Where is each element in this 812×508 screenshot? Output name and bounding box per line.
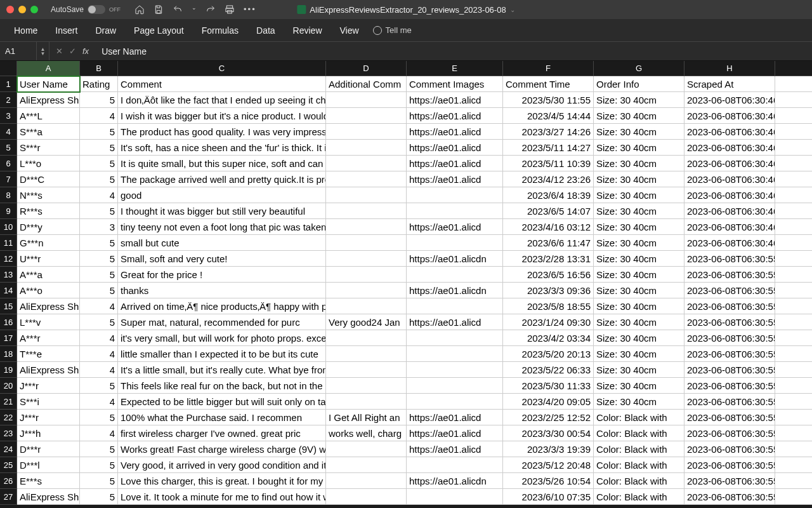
row-header-8[interactable]: 8 [0, 187, 17, 203]
cell-F4[interactable]: 2023/3/27 14:26 [503, 124, 594, 140]
cell-I26[interactable] [775, 473, 812, 489]
cell-B7[interactable]: 5 [80, 171, 118, 187]
cell-D2[interactable] [326, 92, 407, 108]
cell-H19[interactable]: 2023-06-08T06:30:55.480 [684, 362, 775, 378]
cell-A6[interactable]: L***o [17, 156, 80, 171]
cell-F17[interactable]: 2023/4/2 03:34 [503, 330, 594, 346]
cell-E9[interactable] [407, 203, 503, 219]
cell-H11[interactable]: 2023-06-08T06:30:46.905 [684, 235, 775, 251]
row-header-16[interactable]: 16 [0, 314, 17, 330]
cell-I27[interactable] [775, 489, 812, 505]
cell-G7[interactable]: Size: 30 40cm [594, 171, 684, 187]
row-header-12[interactable]: 12 [0, 251, 17, 267]
cell-G13[interactable]: Size: 30 40cm [594, 267, 684, 283]
cell-E21[interactable] [407, 394, 503, 410]
cell-F8[interactable]: 2023/6/4 18:39 [503, 187, 594, 203]
tab-home[interactable]: Home [5, 19, 46, 42]
cell-G24[interactable]: Color: Black with [594, 441, 684, 457]
row-header-13[interactable]: 13 [0, 267, 17, 283]
column-header-B[interactable]: B [80, 61, 118, 76]
row-header-22[interactable]: 22 [0, 410, 17, 425]
cell-H20[interactable]: 2023-06-08T06:30:55.480 [684, 378, 775, 394]
cell-A4[interactable]: S***a [17, 124, 80, 140]
home-icon[interactable] [134, 4, 145, 15]
cell-D3[interactable] [326, 108, 407, 124]
cell-D6[interactable] [326, 156, 407, 171]
column-header-C[interactable]: C [118, 61, 326, 76]
row-header-6[interactable]: 6 [0, 156, 17, 171]
cell-I12[interactable] [775, 251, 812, 267]
cell-A12[interactable]: U***r [17, 251, 80, 267]
cell-D20[interactable] [326, 378, 407, 394]
cell-A22[interactable]: J***r [17, 410, 80, 425]
row-header-25[interactable]: 25 [0, 457, 17, 473]
row-header-26[interactable]: 26 [0, 473, 17, 489]
cell-D8[interactable] [326, 187, 407, 203]
cell-C5[interactable]: It's soft, has a nice sheen and the 'fur… [118, 140, 326, 156]
cell-F21[interactable]: 2023/4/20 09:05 [503, 394, 594, 410]
cell-F5[interactable]: 2023/5/11 14:27 [503, 140, 594, 156]
row-header-14[interactable]: 14 [0, 283, 17, 298]
cell-B6[interactable]: 5 [80, 156, 118, 171]
column-header-D[interactable]: D [326, 61, 407, 76]
cell-H24[interactable]: 2023-06-08T06:30:55.480 [684, 441, 775, 457]
cell-F9[interactable]: 2023/6/5 14:07 [503, 203, 594, 219]
cell-G21[interactable]: Size: 30 40cm [594, 394, 684, 410]
cell-F25[interactable]: 2023/5/12 20:48 [503, 457, 594, 473]
cell-G19[interactable]: Size: 30 40cm [594, 362, 684, 378]
cell-C21[interactable]: Expected to be little bigger but will su… [118, 394, 326, 410]
cell-C9[interactable]: I thought it was bigger but still very b… [118, 203, 326, 219]
row-header-2[interactable]: 2 [0, 92, 17, 108]
cell-H25[interactable]: 2023-06-08T06:30:55.480 [684, 457, 775, 473]
cell-G27[interactable]: Color: Black with [594, 489, 684, 505]
cell-I1[interactable] [775, 76, 812, 92]
cell-D26[interactable] [326, 473, 407, 489]
tab-insert[interactable]: Insert [46, 19, 86, 42]
row-header-11[interactable]: 11 [0, 235, 17, 251]
cell-I8[interactable] [775, 187, 812, 203]
cell-C17[interactable]: it's very small, but will work for photo… [118, 330, 326, 346]
row-header-1[interactable]: 1 [0, 76, 17, 92]
cell-A18[interactable]: T***e [17, 346, 80, 362]
cell-H8[interactable]: 2023-06-08T06:30:46.905 [684, 187, 775, 203]
cell-D27[interactable] [326, 489, 407, 505]
row-header-3[interactable]: 3 [0, 108, 17, 124]
cell-C3[interactable]: I wish it was bigger but it's a nice pro… [118, 108, 326, 124]
cell-D9[interactable] [326, 203, 407, 219]
tab-page-layout[interactable]: Page Layout [125, 19, 193, 42]
cell-D15[interactable] [326, 298, 407, 314]
cell-I13[interactable] [775, 267, 812, 283]
cell-C8[interactable]: good [118, 187, 326, 203]
cell-D10[interactable] [326, 219, 407, 235]
cell-C7[interactable]: The package arrived well and pretty quic… [118, 171, 326, 187]
cell-F1[interactable]: Comment Time [503, 76, 594, 92]
cell-G23[interactable]: Color: Black with [594, 425, 684, 441]
cell-G3[interactable]: Size: 30 40cm [594, 108, 684, 124]
undo-dropdown-icon[interactable]: ⌄ [192, 4, 197, 15]
cell-F27[interactable]: 2023/6/10 07:35 [503, 489, 594, 505]
cell-C23[interactable]: first wireless charger I've owned. great… [118, 425, 326, 441]
cell-A11[interactable]: G***n [17, 235, 80, 251]
cell-A1[interactable]: User Name [17, 76, 80, 92]
cell-E8[interactable] [407, 187, 503, 203]
cell-B10[interactable]: 3 [80, 219, 118, 235]
tell-me-search[interactable]: Tell me [373, 25, 412, 35]
cell-E23[interactable]: https://ae01.alicd [407, 425, 503, 441]
cell-G14[interactable]: Size: 30 40cm [594, 283, 684, 298]
tab-view[interactable]: View [331, 19, 368, 42]
cell-G26[interactable]: Color: Black with [594, 473, 684, 489]
cell-B27[interactable]: 5 [80, 489, 118, 505]
cell-B13[interactable]: 5 [80, 267, 118, 283]
cell-H23[interactable]: 2023-06-08T06:30:55.480 [684, 425, 775, 441]
cell-H7[interactable]: 2023-06-08T06:30:46.905 [684, 171, 775, 187]
cell-I18[interactable] [775, 346, 812, 362]
tab-data[interactable]: Data [247, 19, 284, 42]
cell-H9[interactable]: 2023-06-08T06:30:46.905 [684, 203, 775, 219]
cell-G9[interactable]: Size: 30 40cm [594, 203, 684, 219]
cell-A8[interactable]: N***s [17, 187, 80, 203]
minimize-window[interactable] [18, 6, 26, 13]
cell-I24[interactable] [775, 441, 812, 457]
cell-I15[interactable] [775, 298, 812, 314]
cell-G5[interactable]: Size: 30 40cm [594, 140, 684, 156]
cell-B17[interactable]: 4 [80, 330, 118, 346]
